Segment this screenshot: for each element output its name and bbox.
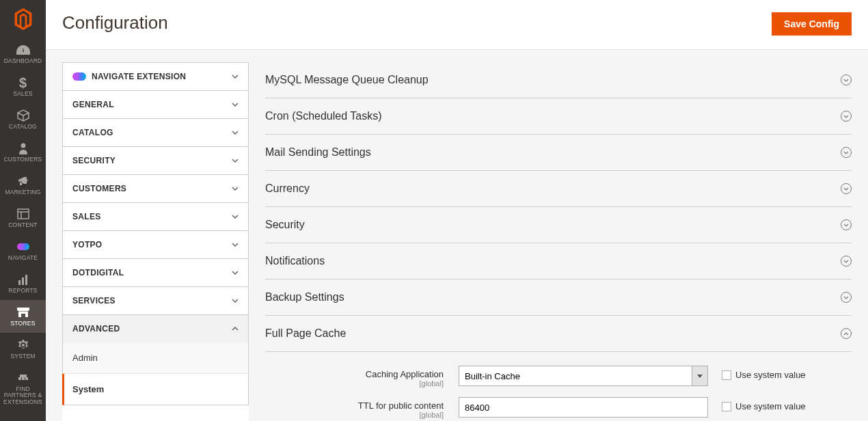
section-cron[interactable]: Cron (Scheduled Tasks): [265, 98, 852, 135]
chevron-down-icon: [232, 101, 239, 108]
config-sub-system[interactable]: System: [62, 374, 249, 405]
nav-label: CONTENT: [8, 222, 37, 228]
config-section-dotdigital[interactable]: DOTDIGITAL: [62, 258, 249, 286]
svg-rect-9: [25, 377, 28, 380]
config-sub-admin[interactable]: Admin: [62, 342, 249, 374]
config-section-label: SECURITY: [72, 156, 116, 165]
dashboard-icon: [16, 43, 30, 57]
config-section-advanced[interactable]: ADVANCED: [62, 314, 249, 342]
chart-icon: [18, 273, 29, 286]
svg-rect-7: [18, 377, 21, 380]
section-notifications[interactable]: Notifications: [265, 243, 852, 280]
nav-system[interactable]: SYSTEM: [0, 333, 46, 366]
section-title: Backup Settings: [265, 291, 344, 303]
nav-label: CUSTOMERS: [4, 157, 42, 163]
select-arrow-icon[interactable]: [692, 366, 708, 386]
section-full-page-cache[interactable]: Full Page Cache: [265, 316, 852, 352]
use-system-value-label: Use system value: [735, 401, 806, 411]
config-section-label: SERVICES: [72, 296, 116, 305]
nav-navigate[interactable]: NAVIGATE: [0, 234, 46, 267]
nav-label: NAVIGATE: [8, 255, 38, 261]
svg-rect-8: [22, 377, 25, 380]
save-config-button[interactable]: Save Config: [772, 12, 852, 36]
form-label-wrap: Caching Application [global]: [265, 366, 459, 388]
expand-icon: [841, 256, 852, 267]
nav-label: REPORTS: [8, 288, 37, 294]
expand-icon: [841, 147, 852, 158]
use-system-value-label: Use system value: [735, 370, 806, 380]
nav-partners[interactable]: FIND PARTNERS & EXTENSIONS: [0, 366, 46, 411]
svg-rect-1: [18, 209, 29, 219]
use-system-value-checkbox[interactable]: [722, 402, 731, 411]
form-control-wrap: Public content cache lifetime in seconds…: [459, 397, 708, 421]
config-section-label: DOTDIGITAL: [72, 268, 124, 277]
nav-sales[interactable]: $ SALES: [0, 70, 46, 103]
config-section-sales[interactable]: SALES: [62, 202, 249, 230]
section-title: Security: [265, 219, 305, 231]
chevron-up-icon: [232, 325, 239, 332]
section-security[interactable]: Security: [265, 207, 852, 243]
person-icon: [18, 141, 28, 155]
svg-rect-5: [22, 277, 24, 285]
ttl-input[interactable]: [459, 397, 708, 418]
use-system-value-checkbox[interactable]: [722, 370, 731, 380]
nav-dashboard[interactable]: DASHBOARD: [0, 38, 46, 70]
config-nav: NAVIGATE EXTENSION GENERAL CATALOG SECUR…: [62, 62, 249, 421]
admin-sidebar: DASHBOARD $ SALES CATALOG CUSTOMERS MARK…: [0, 0, 46, 421]
chevron-down-icon: [232, 129, 239, 136]
partners-icon: [17, 371, 29, 385]
config-section-label: SALES: [72, 212, 101, 221]
nav-catalog[interactable]: CATALOG: [0, 103, 46, 136]
nav-label: SALES: [13, 91, 32, 97]
megaphone-icon: [17, 174, 29, 188]
form-control-wrap: Built-in Cache: [459, 366, 708, 386]
nav-label: SYSTEM: [10, 353, 35, 359]
chevron-down-icon: [232, 269, 239, 276]
nav-customers[interactable]: CUSTOMERS: [0, 136, 46, 169]
config-section-navigate-extension[interactable]: NAVIGATE EXTENSION: [62, 62, 249, 90]
store-icon: [16, 305, 30, 319]
nav-marketing[interactable]: MARKETING: [0, 169, 46, 202]
expand-icon: [841, 219, 852, 230]
svg-rect-4: [18, 280, 21, 285]
chevron-down-icon: [232, 73, 239, 80]
config-section-customers[interactable]: CUSTOMERS: [62, 174, 249, 202]
section-title: MySQL Message Queue Cleanup: [265, 74, 429, 86]
nav-content[interactable]: CONTENT: [0, 202, 46, 234]
expand-icon: [841, 292, 852, 303]
form-scope: [global]: [265, 379, 444, 388]
config-section-general[interactable]: GENERAL: [62, 90, 249, 118]
chevron-down-icon: [232, 241, 239, 248]
nav-label: DASHBOARD: [4, 58, 42, 64]
caching-application-row: Caching Application [global] Built-in Ca…: [265, 366, 852, 388]
form-scope: [global]: [265, 411, 444, 419]
nav-label: MARKETING: [5, 189, 40, 195]
navigate-badge-icon: [72, 72, 86, 81]
config-section-label: CUSTOMERS: [72, 184, 126, 193]
config-section-catalog[interactable]: CATALOG: [62, 118, 249, 146]
config-section-label: CATALOG: [72, 128, 113, 137]
config-section-security[interactable]: SECURITY: [62, 146, 249, 174]
section-title: Cron (Scheduled Tasks): [265, 110, 381, 122]
expand-icon: [841, 183, 852, 194]
gear-icon: [17, 338, 29, 352]
chevron-down-icon: [232, 297, 239, 304]
section-mail[interactable]: Mail Sending Settings: [265, 135, 852, 171]
svg-rect-6: [25, 275, 27, 285]
chevron-down-icon: [232, 157, 239, 164]
section-currency[interactable]: Currency: [265, 171, 852, 207]
nav-reports[interactable]: REPORTS: [0, 267, 46, 300]
caching-application-select[interactable]: Built-in Cache: [459, 366, 692, 386]
expand-icon: [841, 74, 852, 85]
section-mysql-queue[interactable]: MySQL Message Queue Cleanup: [265, 62, 852, 98]
use-system-value-wrap: Use system value: [708, 366, 806, 380]
config-section-services[interactable]: SERVICES: [62, 286, 249, 314]
section-backup[interactable]: Backup Settings: [265, 280, 852, 316]
config-section-yotpo[interactable]: YOTPO: [62, 230, 249, 258]
config-section-label: GENERAL: [72, 100, 114, 109]
nav-stores[interactable]: STORES: [0, 300, 46, 333]
config-section-label: ADVANCED: [72, 324, 120, 334]
expand-icon: [841, 111, 852, 122]
chevron-down-icon: [232, 185, 239, 192]
magento-logo[interactable]: [0, 0, 46, 38]
